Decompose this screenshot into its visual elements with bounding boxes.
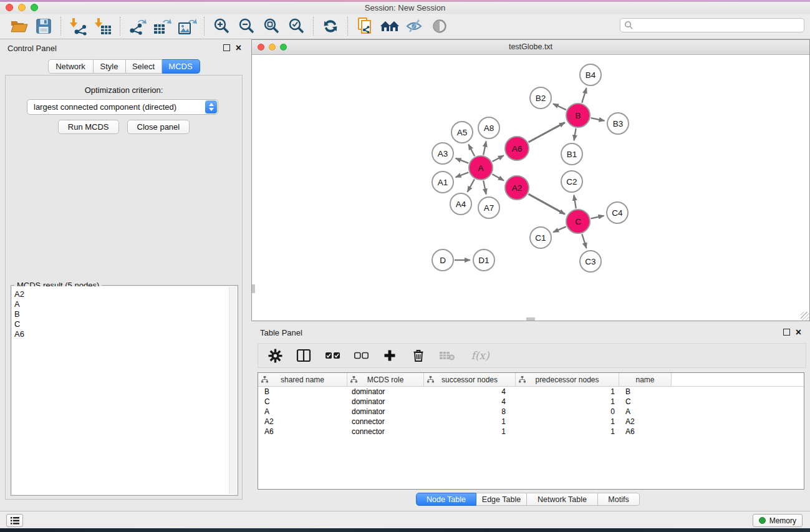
graph-node-A[interactable]: A [469, 156, 493, 180]
graph-node-C3[interactable]: C3 [580, 251, 601, 272]
save-session-button[interactable] [31, 16, 56, 37]
close-panel-icon[interactable]: × [796, 329, 801, 336]
refresh-button[interactable] [318, 16, 343, 37]
column-header-shared-name[interactable]: shared name [258, 373, 347, 386]
zoom-fit-button[interactable] [259, 16, 284, 37]
graph-node-C4[interactable]: C4 [607, 202, 628, 223]
list-item[interactable]: A2 [14, 289, 237, 299]
graph-node-C[interactable]: C [566, 210, 590, 233]
scrollbar-nub[interactable] [252, 284, 255, 293]
column-header-mcds-role[interactable]: MCDS role [347, 373, 424, 386]
table-row[interactable]: B dominator 4 1 B [258, 387, 804, 397]
export-table-button[interactable] [150, 16, 175, 37]
graph-node-A5[interactable]: A5 [451, 122, 473, 143]
export-image-button[interactable] [175, 16, 200, 37]
import-network-button[interactable] [65, 16, 90, 37]
graph-edge-A6-B[interactable] [528, 122, 564, 142]
graph-node-B1[interactable]: B1 [561, 143, 582, 165]
column-header-name[interactable]: name [619, 373, 672, 386]
graph-edge-A-A3[interactable] [456, 158, 469, 163]
tab-mcds[interactable]: MCDS [162, 59, 200, 74]
export-network-button[interactable] [125, 16, 150, 37]
graph-edge-C-C4[interactable] [591, 216, 604, 219]
search-field[interactable] [620, 18, 804, 32]
graph-edge-C-C3[interactable] [582, 234, 586, 248]
graph-edge-A-A4[interactable] [468, 179, 475, 191]
show-graphics-button[interactable] [427, 16, 452, 37]
graph-node-C1[interactable]: C1 [530, 227, 551, 248]
tab-select[interactable]: Select [126, 59, 162, 74]
scrollbar-nub[interactable] [526, 317, 535, 321]
table-row[interactable]: A6 connector 1 1 A6 [258, 427, 804, 437]
graph-node-A3[interactable]: A3 [432, 143, 453, 164]
close-panel-button[interactable]: Close panel [127, 120, 190, 134]
zoom-selected-button[interactable] [284, 16, 309, 37]
list-scrollbar[interactable] [229, 287, 236, 494]
table-row[interactable]: A dominator 8 0 A [258, 407, 804, 417]
list-item[interactable]: B [14, 309, 237, 319]
graph-node-D1[interactable]: D1 [473, 249, 494, 271]
graph-node-A6[interactable]: A6 [505, 137, 529, 160]
zoom-out-button[interactable] [234, 16, 259, 37]
graph-edge-C-C1[interactable] [553, 226, 566, 232]
delete-column-button[interactable] [410, 347, 427, 364]
graph-node-A2[interactable]: A2 [505, 176, 529, 200]
close-panel-icon[interactable]: × [236, 44, 241, 51]
graph-edge-B-B2[interactable] [553, 104, 566, 110]
table-settings-button[interactable] [267, 347, 283, 364]
memory-button[interactable]: Memory [753, 514, 803, 527]
deselect-all-button[interactable] [353, 347, 369, 364]
tab-motifs[interactable]: Motifs [598, 493, 640, 506]
home-button[interactable] [377, 16, 402, 37]
graph-edge-A-A8[interactable] [483, 142, 486, 155]
column-header-predecessor-nodes[interactable]: predecessor nodes [516, 373, 619, 386]
network-graph[interactable]: B4B2BB3A8A5A6A3B1AA1C2A2A4A7C4CC1C3DD1 [252, 55, 809, 321]
graph-edge-A-A7[interactable] [483, 181, 486, 195]
delete-table-button[interactable] [439, 347, 455, 364]
criterion-dropdown[interactable]: largest connected component (directed) [27, 99, 218, 115]
tab-network[interactable]: Network [48, 59, 94, 74]
tab-style[interactable]: Style [94, 59, 126, 74]
tab-edge-table[interactable]: Edge Table [476, 493, 527, 506]
network-canvas[interactable]: B4B2BB3A8A5A6A3B1AA1C2A2A4A7C4CC1C3DD1 [252, 55, 809, 321]
graph-edge-B-B3[interactable] [591, 118, 605, 120]
graph-node-C2[interactable]: C2 [561, 171, 582, 192]
graph-node-A7[interactable]: A7 [478, 197, 499, 218]
float-panel-icon[interactable] [783, 329, 790, 336]
tab-network-table[interactable]: Network Table [527, 493, 598, 506]
hide-graphics-button[interactable] [402, 16, 427, 37]
run-mcds-button[interactable]: Run MCDS [58, 120, 119, 134]
graph-node-A1[interactable]: A1 [432, 172, 453, 193]
graph-edge-B-B1[interactable] [574, 128, 576, 141]
table-row[interactable]: A2 connector 1 1 A2 [258, 417, 804, 427]
float-panel-icon[interactable] [223, 44, 230, 51]
graph-edge-A2-C[interactable] [528, 194, 565, 214]
table-row[interactable]: C dominator 4 1 C [258, 397, 804, 407]
select-all-button[interactable] [324, 347, 340, 364]
resize-grip[interactable] [801, 312, 809, 321]
mcds-result-list[interactable]: A2 A B C A6 [12, 286, 237, 495]
list-item[interactable]: A6 [14, 329, 237, 339]
graph-edge-C-C2[interactable] [574, 195, 576, 209]
tab-node-table[interactable]: Node Table [416, 493, 476, 506]
add-column-button[interactable] [382, 347, 398, 364]
graph-node-B3[interactable]: B3 [607, 113, 629, 134]
node-table[interactable]: shared name MCDS role successor nodes pr… [258, 372, 804, 490]
list-item[interactable]: A [14, 299, 237, 309]
import-table-button[interactable] [90, 16, 115, 37]
graph-edge-A-A5[interactable] [468, 144, 475, 156]
show-columns-button[interactable] [296, 347, 312, 364]
list-item[interactable]: C [14, 319, 237, 329]
graph-edge-A-A1[interactable] [456, 172, 469, 177]
graph-edge-B-B4[interactable] [582, 88, 586, 103]
graph-edge-A-A6[interactable] [493, 155, 504, 162]
column-header-successor-nodes[interactable]: successor nodes [424, 373, 516, 386]
graph-node-B[interactable]: B [566, 104, 590, 127]
graph-node-D[interactable]: D [432, 249, 453, 271]
graph-node-A4[interactable]: A4 [450, 193, 471, 215]
graph-node-A8[interactable]: A8 [478, 117, 499, 138]
network-window-titlebar[interactable]: testGlobe.txt [252, 40, 809, 55]
graph-edge-A-A2[interactable] [492, 174, 504, 180]
task-history-button[interactable] [6, 514, 23, 527]
clone-network-button[interactable] [352, 16, 377, 37]
